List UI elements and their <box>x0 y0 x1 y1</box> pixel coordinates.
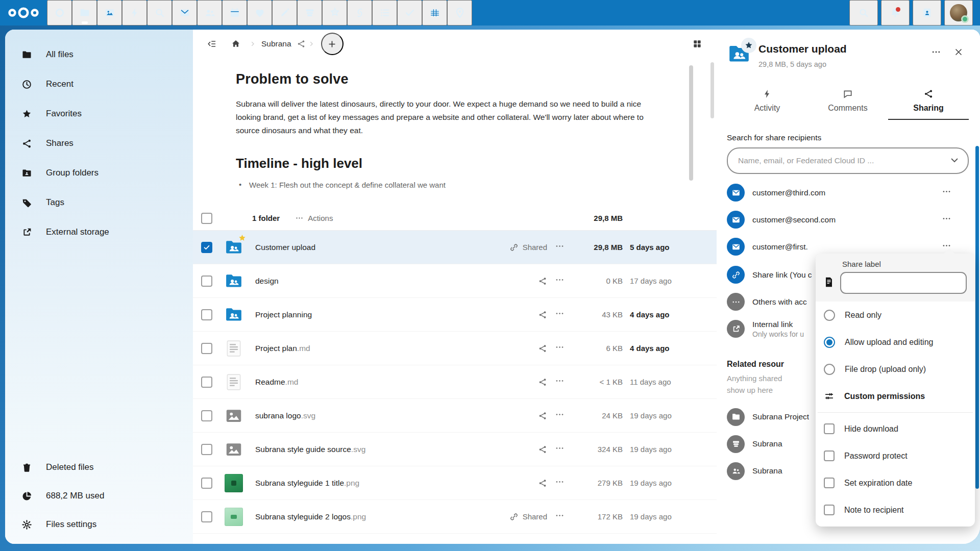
radio-control[interactable] <box>824 364 835 375</box>
app-button-contacts[interactable] <box>197 0 222 26</box>
app-button-tables[interactable] <box>422 0 447 26</box>
main-scrollbar[interactable] <box>710 62 714 118</box>
row-more-button[interactable] <box>555 410 565 421</box>
avatar-button[interactable] <box>944 0 973 26</box>
app-button-photos[interactable] <box>97 0 122 26</box>
radio-option-file-drop[interactable]: File drop (upload only) <box>816 356 975 383</box>
share-status[interactable] <box>538 310 547 319</box>
app-button-notes[interactable] <box>272 0 297 26</box>
app-button-search-app[interactable] <box>147 0 172 26</box>
file-row-readme-md[interactable]: Readme.md< 1 KB11 days ago <box>193 365 717 399</box>
details-scrollbar[interactable] <box>975 146 979 489</box>
breadcrumb-share-icon[interactable] <box>297 39 306 48</box>
checkbox-option-note-to-recipient[interactable]: Note to recipient <box>816 496 975 523</box>
recipient-more-button[interactable] <box>942 241 969 253</box>
new-file-button[interactable] <box>321 33 344 55</box>
preview-scrollbar[interactable] <box>689 65 693 181</box>
share-search-input[interactable] <box>727 147 969 174</box>
file-row-project-planning[interactable]: Project planning43 KB4 days ago <box>193 298 717 332</box>
share-status[interactable] <box>538 411 547 420</box>
row-more-button[interactable] <box>555 443 565 455</box>
row-more-button[interactable] <box>555 376 565 388</box>
details-close-button[interactable] <box>948 42 969 62</box>
radio-control[interactable] <box>824 310 835 321</box>
row-checkbox[interactable] <box>201 511 212 522</box>
app-button-dashboard[interactable] <box>47 0 72 26</box>
sidebar-item-shares[interactable]: Shares <box>5 129 193 158</box>
sidebar-item-external-storage[interactable]: External storage <box>5 217 193 247</box>
row-checkbox[interactable] <box>201 478 212 489</box>
row-checkbox[interactable] <box>201 444 212 455</box>
sidebar-item-deleted-files[interactable]: Deleted files <box>5 453 193 482</box>
checkbox-option-hide-download[interactable]: Hide download <box>816 415 975 442</box>
file-row-subrana-styleguide-2-logos-png[interactable]: Subrana styleguide 2 logos.pngShared172 … <box>193 500 717 534</box>
breadcrumb-folder[interactable]: Subrana <box>258 39 295 48</box>
row-more-button[interactable] <box>555 342 565 354</box>
checkbox-control[interactable] <box>824 450 835 461</box>
row-checkbox[interactable] <box>201 343 212 354</box>
file-row-subrana-styleguide-1-title-png[interactable]: Subrana styleguide 1 title.png279 KB19 d… <box>193 466 717 500</box>
checkbox-control[interactable] <box>824 505 835 515</box>
tab-sharing[interactable]: Sharing <box>888 84 969 120</box>
file-row-design[interactable]: design0 KB17 days ago <box>193 264 717 298</box>
share-status[interactable]: Shared <box>509 512 547 521</box>
contacts-menu-button[interactable] <box>913 0 941 26</box>
app-button-sync[interactable] <box>347 0 372 26</box>
tab-comments[interactable]: Comments <box>807 84 888 120</box>
checkbox-option-password-protect[interactable]: Password protect <box>816 442 975 469</box>
share-status[interactable]: Shared <box>509 243 547 252</box>
file-row-subrana-style-guide-source-svg[interactable]: Subrana style guide source.svg324 KB19 d… <box>193 433 717 466</box>
radio-control[interactable] <box>824 337 835 348</box>
sidebar-item-files-settings[interactable]: Files settings <box>5 510 193 539</box>
details-more-button[interactable] <box>926 42 946 62</box>
app-button-activity[interactable] <box>122 0 147 26</box>
app-button-collectives[interactable] <box>372 0 397 26</box>
app-button-health[interactable] <box>247 0 272 26</box>
radio-option-read-only[interactable]: Read only <box>816 302 975 329</box>
chevron-down-icon[interactable] <box>949 155 960 165</box>
row-more-button[interactable] <box>555 275 565 287</box>
share-status[interactable] <box>538 445 547 454</box>
app-button-forms[interactable] <box>322 0 347 26</box>
app-button-tasks[interactable] <box>397 0 422 26</box>
share-status[interactable] <box>538 344 547 353</box>
checkbox-option-set-expiration-date[interactable]: Set expiration date <box>816 469 975 496</box>
recipient-more-button[interactable] <box>942 187 969 198</box>
row-checkbox[interactable] <box>201 377 212 388</box>
sidebar-item-all-files[interactable]: All files <box>5 40 193 69</box>
home-button[interactable] <box>225 33 247 55</box>
row-checkbox[interactable] <box>201 410 212 421</box>
select-all-checkbox[interactable] <box>201 213 212 224</box>
unified-search-button[interactable] <box>849 0 878 26</box>
share-status[interactable] <box>538 277 547 286</box>
file-row-subrana-logo-svg[interactable]: subrana logo.svg24 KB19 days ago <box>193 399 717 433</box>
app-button-maps[interactable] <box>447 0 472 26</box>
app-button-deck[interactable] <box>297 0 322 26</box>
app-button-calendar[interactable] <box>222 0 247 26</box>
sidebar-item-storage[interactable]: 688,2 MB used <box>5 482 193 510</box>
notifications-button[interactable] <box>881 0 910 26</box>
share-recipient-customer-second[interactable]: customer@second.com <box>727 206 969 233</box>
row-more-button[interactable] <box>555 477 565 489</box>
share-status[interactable] <box>538 479 547 488</box>
toggle-sidebar-button[interactable] <box>200 33 223 55</box>
row-more-button[interactable] <box>555 309 565 320</box>
sidebar-item-tags[interactable]: Tags <box>5 188 193 217</box>
sidebar-item-recent[interactable]: Recent <box>5 69 193 99</box>
row-more-button[interactable] <box>555 511 565 522</box>
share-status[interactable] <box>538 378 547 387</box>
favorite-star-icon[interactable] <box>741 38 756 53</box>
custom-permissions-item[interactable]: Custom permissions <box>816 383 975 410</box>
nextcloud-logo[interactable] <box>0 6 47 19</box>
checkbox-control[interactable] <box>824 423 835 434</box>
row-checkbox[interactable] <box>201 242 212 253</box>
app-button-mail[interactable] <box>172 0 197 26</box>
file-row-customer-upload[interactable]: Customer uploadShared29,8 MB5 days ago <box>193 231 717 264</box>
sidebar-item-group-folders[interactable]: Group folders <box>5 158 193 188</box>
file-row-project-plan-md[interactable]: Project plan.md6 KB4 days ago <box>193 332 717 365</box>
sidebar-item-favorites[interactable]: Favorites <box>5 99 193 129</box>
checkbox-control[interactable] <box>824 478 835 488</box>
tab-activity[interactable]: Activity <box>727 84 807 120</box>
share-recipient-customer-third[interactable]: customer@third.com <box>727 179 969 206</box>
recipient-more-button[interactable] <box>942 214 969 226</box>
